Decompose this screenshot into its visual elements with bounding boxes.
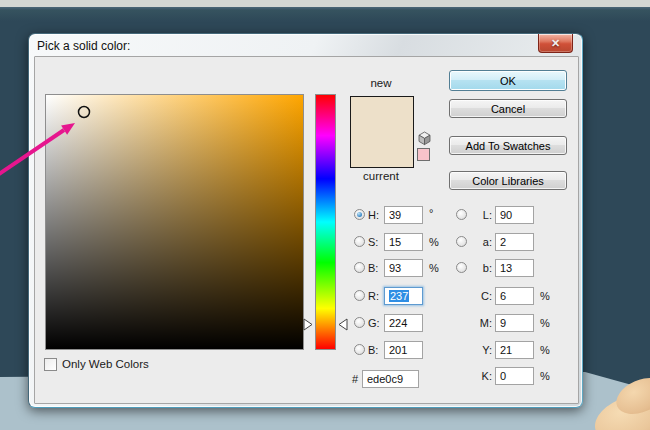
field-label: Y: [468,344,492,356]
s-input[interactable]: 15 [384,233,423,251]
field-unit: % [540,290,550,302]
only-web-colors-checkbox[interactable] [44,358,57,371]
new-label: new [350,77,412,89]
field-label: M: [468,317,492,329]
field-row-c: C: 6 % [456,287,566,306]
field-label: b: [468,262,492,274]
field-row-lab-b: b: 13 [456,259,566,278]
field-label: B: [368,344,378,356]
radio-a[interactable] [456,236,467,247]
field-label: B: [368,262,378,274]
field-unit: % [540,370,550,382]
dialog-title: Pick a solid color: [37,39,130,53]
radio-b[interactable] [354,262,365,273]
field-label: a: [468,236,492,248]
hex-input[interactable]: ede0c9 [362,370,419,388]
top-bar-strip [0,0,650,7]
hue-slider[interactable] [315,94,336,350]
h-input[interactable]: 39 [384,206,423,224]
ok-button[interactable]: OK [449,70,567,91]
field-unit: % [540,344,550,356]
hue-slider-right-handle[interactable] [338,318,348,331]
field-row-k: K: 0 % [456,367,566,386]
close-button[interactable]: ✕ [538,34,573,53]
current-label: current [340,170,422,182]
field-row-m: M: 9 % [456,314,566,333]
radio-b2[interactable] [354,344,365,355]
color-picker-dialog: Pick a solid color: ✕ new current [28,33,583,408]
cancel-button[interactable]: Cancel [449,99,567,118]
y-input[interactable]: 21 [495,341,534,359]
k-input[interactable]: 0 [495,367,534,385]
radio-g[interactable] [354,317,365,328]
field-unit: % [429,236,439,248]
a-input[interactable]: 2 [495,233,534,251]
field-label: C: [468,290,492,302]
r-input[interactable]: 237 [384,287,423,305]
m-input[interactable]: 9 [495,314,534,332]
dialog-client-area: new current OK Cancel Add To Swatches Co… [34,56,579,404]
add-to-swatches-button[interactable]: Add To Swatches [449,136,567,155]
g-input[interactable]: 224 [384,314,423,332]
hue-slider-left-handle[interactable] [303,318,313,331]
field-label: G: [368,317,380,329]
field-label: S: [368,236,378,248]
color-field[interactable] [45,94,304,350]
field-label: H: [368,209,379,221]
radio-lab-b[interactable] [456,262,467,273]
radio-h[interactable] [354,209,365,220]
close-icon: ✕ [551,37,560,50]
field-unit: % [429,262,439,274]
radio-s[interactable] [354,236,365,247]
web-color-warning-cube-icon[interactable] [417,131,432,146]
color-libraries-button[interactable]: Color Libraries [449,171,567,190]
l-input[interactable]: 90 [495,206,534,224]
only-web-colors-label: Only Web Colors [62,358,149,370]
radio-r[interactable] [354,290,365,301]
hex-prefix: # [352,373,358,385]
c-input[interactable]: 6 [495,287,534,305]
field-row-hex: # ede0c9 [352,370,472,389]
field-row-y: Y: 21 % [456,341,566,360]
b2-input[interactable]: 201 [384,341,423,359]
field-label: L: [468,209,492,221]
field-unit: ° [429,207,433,219]
field-row-l: L: 90 [456,206,566,225]
field-unit: % [540,317,550,329]
field-row-a: a: 2 [456,233,566,252]
radio-l[interactable] [456,209,467,220]
desktop: Pick a solid color: ✕ new current [0,0,650,430]
field-label: K: [468,370,492,382]
field-label: R: [368,290,379,302]
new-current-swatch [350,96,414,168]
b-input[interactable]: 93 [384,259,423,277]
web-safe-color-swatch[interactable] [417,148,430,161]
lab-b-input[interactable]: 13 [495,259,534,277]
